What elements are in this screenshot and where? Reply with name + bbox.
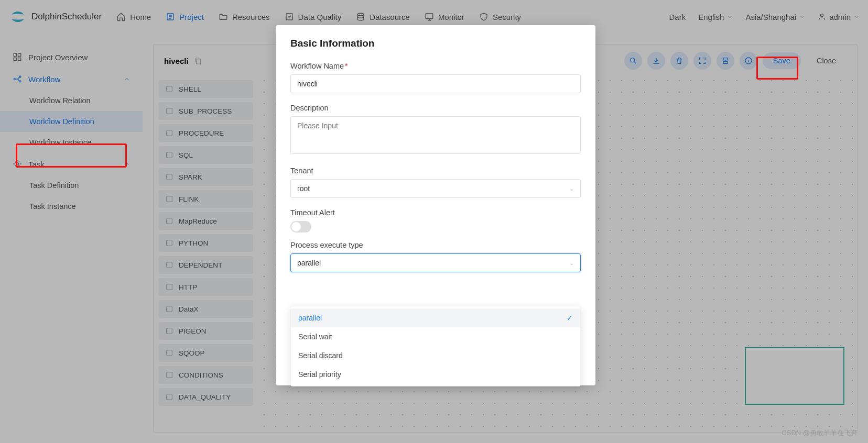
tenant-select[interactable]: root ⌄ <box>290 179 581 198</box>
watermark: CSDN @勇敢羊羊在飞奔 <box>782 428 858 438</box>
description-label: Description <box>290 104 581 112</box>
check-icon: ✓ <box>567 314 573 322</box>
option-label: Serial wait <box>298 333 332 341</box>
process-execute-type-dropdown: parallel✓Serial waitSerial discardSerial… <box>290 306 581 386</box>
tenant-label: Tenant <box>290 167 581 175</box>
option-label: parallel <box>298 314 322 322</box>
execute-type-option-serial-wait[interactable]: Serial wait <box>291 327 580 346</box>
process-execute-type-value: parallel <box>297 259 321 267</box>
workflow-name-label: Workflow Name* <box>290 62 581 70</box>
option-label: Serial priority <box>298 370 341 379</box>
process-execute-type-select[interactable]: parallel ⌄ <box>290 253 581 272</box>
tenant-value: root <box>297 184 310 193</box>
timeout-toggle[interactable] <box>290 221 311 232</box>
option-label: Serial discard <box>298 351 343 360</box>
execute-type-option-serial-priority[interactable]: Serial priority <box>291 365 580 384</box>
description-input[interactable] <box>290 116 581 154</box>
chevron-down-icon: ⌄ <box>569 260 574 267</box>
chevron-down-icon: ⌄ <box>569 185 574 192</box>
modal-title: Basic Information <box>290 38 581 49</box>
timeout-label: Timeout Alert <box>290 208 581 217</box>
workflow-name-input[interactable] <box>290 74 581 93</box>
execute-type-option-parallel[interactable]: parallel✓ <box>291 308 580 327</box>
execute-type-option-serial-discard[interactable]: Serial discard <box>291 346 580 365</box>
process-execute-type-label: Process execute type <box>290 241 581 249</box>
